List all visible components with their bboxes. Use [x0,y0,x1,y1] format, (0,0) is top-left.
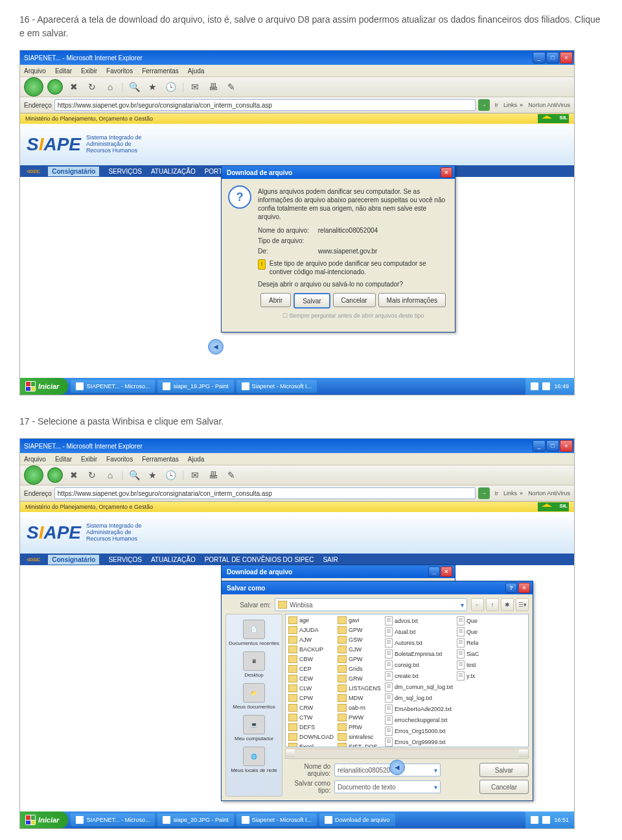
home-icon[interactable]: ⌂ [103,80,117,94]
go-button[interactable]: → [478,99,490,111]
cancel-button[interactable]: Cancelar [479,780,529,794]
refresh-icon[interactable]: ↻ [85,80,99,94]
tab-atualizacao[interactable]: ATUALIZAÇÃO [151,556,196,563]
file-item[interactable]: BACKUP [287,645,335,654]
file-item[interactable]: CBW [287,655,335,664]
place-mydocs[interactable]: 📁Meus documentos [227,681,281,712]
file-item[interactable]: y.tx [455,671,481,681]
menu-ferramentas[interactable]: Ferramentas [142,456,179,463]
go-button[interactable]: → [478,487,490,499]
tab-servicos[interactable]: SERVIÇOS [108,556,142,563]
file-item[interactable]: AJW [287,635,335,644]
file-item[interactable]: DOWNLOAD [287,732,335,741]
horizontal-scrollbar[interactable] [285,749,529,759]
tray-icon[interactable] [542,382,550,390]
menu-editar[interactable]: Editar [55,456,72,463]
file-item[interactable]: LISTAGENS [336,684,382,693]
maximize-button[interactable]: □ [546,52,559,64]
file-list[interactable]: ageAJUDAAJWBACKUPCBWCEPCEWCLWCPWCRWCTWDE… [285,614,529,747]
file-item[interactable]: MDW [336,694,382,703]
task-paint[interactable]: siape_20.JPG - Paint [157,813,233,826]
file-item[interactable]: CPW [287,694,335,703]
menu-arquivo[interactable]: Arquivo [24,456,46,463]
tab-servicos[interactable]: SERVIÇOS [108,168,142,175]
file-item[interactable]: create.txt [384,671,454,681]
menu-ferramentas[interactable]: Ferramentas [142,67,179,75]
place-network[interactable]: 🌐Meus locais de rede [227,744,281,776]
links-label[interactable]: Links [503,490,517,496]
task-siapenet2[interactable]: Siapenet - Microsoft I... [236,380,317,393]
file-item[interactable]: Que [455,627,481,637]
more-info-button[interactable]: Mais informações [378,293,446,307]
file-item[interactable]: consig.txt [384,660,454,670]
menu-exibir[interactable]: Exibir [81,456,97,463]
nav-forward-button[interactable] [47,79,63,95]
tab-consignatario[interactable]: Consignatário [48,555,99,565]
back-button[interactable]: ← [471,598,484,611]
task-siapenet[interactable]: SIAPENET... - Microso... [71,380,155,393]
always-ask-checkbox[interactable]: ☐ Sempre perguntar antes de abrir arquiv… [258,310,448,325]
file-item[interactable]: dm_sql_log.txt [384,693,454,703]
menu-exibir[interactable]: Exibir [81,67,97,75]
file-item[interactable]: Rela [455,638,481,648]
edit-icon[interactable]: ✎ [224,468,238,482]
file-item[interactable]: GRW [336,674,382,683]
file-item[interactable]: CRW [287,703,335,712]
minimize-button[interactable]: _ [533,440,546,452]
address-input[interactable]: https://www.siapenet.gov.br/seguro/consi… [54,99,476,111]
menu-favoritos[interactable]: Favoritos [106,456,133,463]
file-item[interactable]: EmAbertoAde2002.txt [384,704,454,714]
file-item[interactable]: SiaC [455,649,481,659]
savein-combo[interactable]: Winbisa ▾ [275,598,467,611]
tab-sair[interactable]: SAIR [323,556,338,563]
nav-back-button[interactable] [24,77,43,97]
file-item[interactable]: Erros_Org99999.txt [384,737,454,747]
filetype-combo[interactable]: Documento de texto▾ [334,780,441,793]
file-item[interactable]: Atual.txt [384,627,454,637]
tray-icon[interactable] [531,816,538,824]
history-icon[interactable]: 🕓 [164,80,178,94]
views-button[interactable]: ☰▾ [516,598,529,611]
maximize-button[interactable]: □ [546,440,559,452]
home-icon[interactable]: ⌂ [103,468,117,482]
file-item[interactable]: oab-rn [336,703,382,712]
tray-icon[interactable] [542,816,550,824]
menu-editar[interactable]: Editar [55,67,72,75]
file-item[interactable]: dm_comun_sql_log.txt [384,682,454,692]
links-label[interactable]: Links [503,102,517,108]
file-item[interactable]: sintrafesc [336,732,382,741]
file-item[interactable]: GPW [336,625,382,635]
close-button[interactable]: × [560,440,573,452]
file-item[interactable]: DEFS [287,723,335,732]
file-item[interactable]: GJW [336,645,382,654]
print-icon[interactable]: 🖶 [206,468,220,482]
file-item[interactable]: GSW [336,635,382,644]
save-button[interactable]: Salvar [294,293,330,309]
task-paint[interactable]: siape_19.JPG - Paint [157,380,233,393]
open-button[interactable]: Abrir [260,293,291,307]
file-item[interactable]: gavi [336,616,382,625]
tab-portal[interactable]: PORTAL DE CONVÊNIOS DO SIPEC [205,556,314,563]
menu-favoritos[interactable]: Favoritos [106,67,133,75]
mini-min-button[interactable]: _ [428,566,440,577]
nav-back-button[interactable] [24,465,43,485]
file-item[interactable]: AJUDA [287,625,335,635]
place-recent[interactable]: 📄Documentos recentes [227,617,281,649]
file-item[interactable]: Que [455,616,481,626]
minimize-button[interactable]: _ [533,52,546,64]
file-item[interactable]: Erros_Org15000.txt [384,726,454,736]
up-button[interactable]: ↑ [486,598,499,611]
page-back-icon[interactable]: ◄ [389,760,405,775]
place-desktop[interactable]: 🖥Desktop [227,649,281,681]
mail-icon[interactable]: ✉ [188,468,202,482]
refresh-icon[interactable]: ↻ [85,468,99,482]
file-item[interactable]: SIST_DOS [336,742,382,747]
page-back-icon[interactable]: ◄ [208,339,224,355]
nav-forward-button[interactable] [47,467,63,483]
saveas-close-button[interactable]: × [518,583,530,593]
history-icon[interactable]: 🕓 [164,468,178,482]
file-item[interactable]: PWW [336,713,382,722]
file-item[interactable]: BoletaEmpresa.txt [384,649,454,659]
file-item[interactable]: advos.txt [384,616,454,626]
favorites-icon[interactable]: ★ [146,468,160,482]
